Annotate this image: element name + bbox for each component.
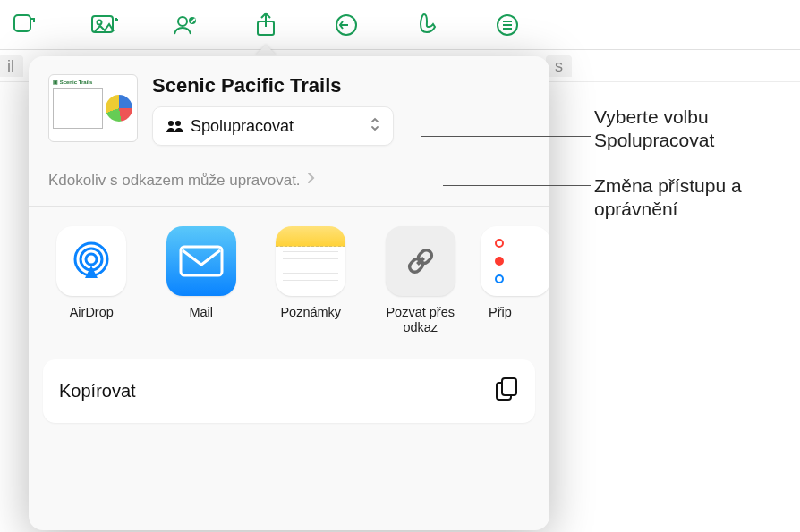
share-app-notes[interactable]: Poznámky <box>269 226 353 336</box>
svg-point-3 <box>178 17 187 26</box>
brush-icon[interactable] <box>408 6 446 44</box>
share-sheet: ▣ Scenic Trails Scenic Pacific Trails Sp… <box>29 56 549 530</box>
svg-point-10 <box>86 254 97 265</box>
image-icon[interactable] <box>86 6 123 44</box>
chevron-right-icon <box>306 171 315 190</box>
chevron-updown-icon <box>370 116 380 136</box>
mail-icon <box>166 226 236 296</box>
copy-row[interactable]: Kopírovat <box>43 359 535 423</box>
people-icon[interactable] <box>166 6 204 44</box>
tab-partial-left[interactable]: il <box>0 55 23 77</box>
share-apps-row: AirDrop Mail Poznámky Pozvat přes odkaz <box>29 210 549 342</box>
share-app-more[interactable]: Přip <box>489 226 542 336</box>
share-app-label: AirDrop <box>70 305 114 320</box>
share-icon[interactable] <box>247 6 285 44</box>
permissions-row[interactable]: Kdokoliv s odkazem může upravovat. <box>29 155 549 206</box>
svg-point-2 <box>98 20 102 24</box>
notes-icon <box>276 226 345 296</box>
document-thumbnail: ▣ Scenic Trails <box>48 74 138 142</box>
collaborate-mode-select[interactable]: Spolupracovat <box>152 106 394 146</box>
sheet-title: Scenic Pacific Trails <box>152 74 532 97</box>
share-app-airdrop[interactable]: AirDrop <box>50 226 133 336</box>
svg-rect-13 <box>181 247 222 275</box>
svg-rect-0 <box>14 15 30 31</box>
link-icon <box>386 226 455 296</box>
svg-point-8 <box>168 121 174 126</box>
top-toolbar <box>0 0 800 50</box>
share-app-label: Mail <box>189 305 213 320</box>
undo-icon[interactable] <box>328 6 365 44</box>
more-icon <box>481 226 549 296</box>
people-small-icon <box>166 119 183 133</box>
airdrop-icon <box>56 226 126 296</box>
share-app-label: Poznámky <box>280 305 341 320</box>
shape-icon[interactable] <box>5 6 43 44</box>
share-app-label: Pozvat přes odkaz <box>379 305 463 336</box>
svg-rect-18 <box>502 378 516 395</box>
callout-2: Změna přístupu a oprávnění <box>594 174 800 222</box>
divider <box>29 206 549 207</box>
tab-partial-right[interactable]: s <box>546 55 572 77</box>
callout-1: Vyberte volbu Spolupracovat <box>594 106 800 153</box>
share-app-invite-link[interactable]: Pozvat přes odkaz <box>379 226 463 336</box>
mode-select-label: Spolupracovat <box>191 117 294 136</box>
menu-icon[interactable] <box>489 6 526 44</box>
copy-icon <box>494 376 519 407</box>
svg-point-9 <box>175 121 181 126</box>
share-app-label: Přip <box>489 305 542 320</box>
permissions-text: Kdokoliv s odkazem může upravovat. <box>48 172 301 190</box>
share-app-mail[interactable]: Mail <box>160 226 243 336</box>
copy-label: Kopírovat <box>59 381 136 401</box>
